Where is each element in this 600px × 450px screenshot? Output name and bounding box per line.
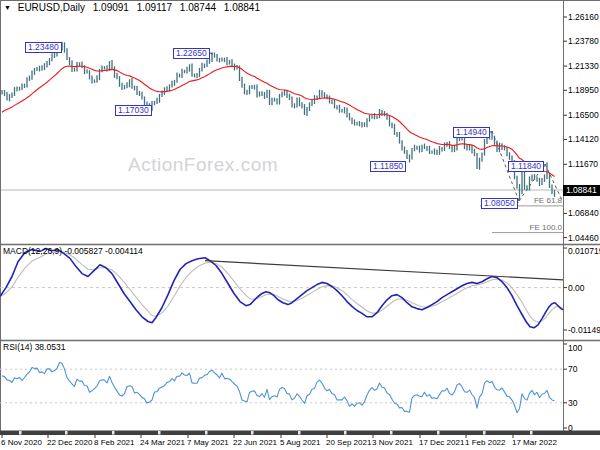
- price-annotation: 1.23480: [25, 42, 62, 53]
- price-annotation: 1.14940: [453, 127, 490, 138]
- chart-window: ActionForex.com ▼ EURUSD,Daily 1.09091 1…: [0, 0, 600, 450]
- rsi-axis-label: 100: [568, 343, 582, 353]
- date-axis-label: 6 Nov 2020: [1, 438, 42, 447]
- high-price-value: 1.09117: [137, 2, 172, 13]
- date-axis-label: 17 Dec 2021: [419, 438, 464, 447]
- price-annotation: 1.22650: [173, 48, 210, 59]
- symbol-timeframe-label: EURUSD,Daily: [18, 2, 85, 13]
- date-axis-label: 1 Feb 2022: [465, 438, 505, 447]
- price-axis-label: 1.26160: [568, 12, 599, 22]
- macd-axis-label: 0.00: [568, 283, 585, 293]
- price-axis-label: 1.21330: [568, 61, 599, 71]
- symbol-dropdown-icon[interactable]: ▼: [4, 4, 11, 11]
- price-axis-label: 1.23780: [568, 36, 599, 46]
- price-annotation: 1.17030: [115, 105, 152, 116]
- date-axis-label: 3 Nov 2021: [372, 438, 413, 447]
- price-annotation: 1.08050: [481, 198, 518, 209]
- fib-expansion-100-label: FE 100.0: [502, 223, 562, 232]
- date-axis-label: 8 Feb 2021: [94, 438, 134, 447]
- price-axis-label: 1.14120: [568, 134, 599, 144]
- macd-axis-label: 0.010719: [568, 246, 600, 256]
- date-axis-label: 7 May 2021: [187, 438, 229, 447]
- date-axis-label: 24 Mar 2021: [140, 438, 185, 447]
- price-axis-label: 1.16500: [568, 110, 599, 120]
- rsi-indicator-label: RSI(14) 38.0531: [3, 342, 65, 352]
- macd-indicator-label: MACD(12,26,9) -0.005827 -0.004114: [3, 246, 143, 256]
- current-price-tag: 1.08841: [563, 185, 600, 196]
- date-axis-label: 17 Mar 2022: [512, 438, 557, 447]
- rsi-axis-label: 70: [568, 364, 577, 374]
- price-annotation: 1.11840: [508, 161, 544, 172]
- chart-title: ▼ EURUSD,Daily 1.09091 1.09117 1.08744 1…: [4, 2, 260, 13]
- close-price-value: 1.08841: [224, 2, 260, 13]
- date-axis-label: 5 Aug 2021: [280, 438, 320, 447]
- rsi-axis-label: 0: [568, 423, 573, 433]
- open-price-value: 1.09091: [93, 2, 129, 13]
- price-axis-label: 1.06840: [568, 208, 599, 218]
- date-axis-label: 22 Jun 2021: [233, 438, 277, 447]
- rsi-axis-label: 30: [568, 398, 577, 408]
- date-axis-label: 20 Sep 2021: [326, 438, 371, 447]
- macd-axis-label: -0.011499: [568, 325, 600, 335]
- price-axis-label: 1.18950: [568, 85, 599, 95]
- price-annotation: 1.11850: [370, 161, 406, 172]
- price-axis-label: 1.11670: [568, 159, 598, 169]
- date-axis-label: 22 Dec 2020: [47, 438, 92, 447]
- price-axis-label: 1.04460: [568, 233, 599, 243]
- low-price-value: 1.08744: [180, 2, 216, 13]
